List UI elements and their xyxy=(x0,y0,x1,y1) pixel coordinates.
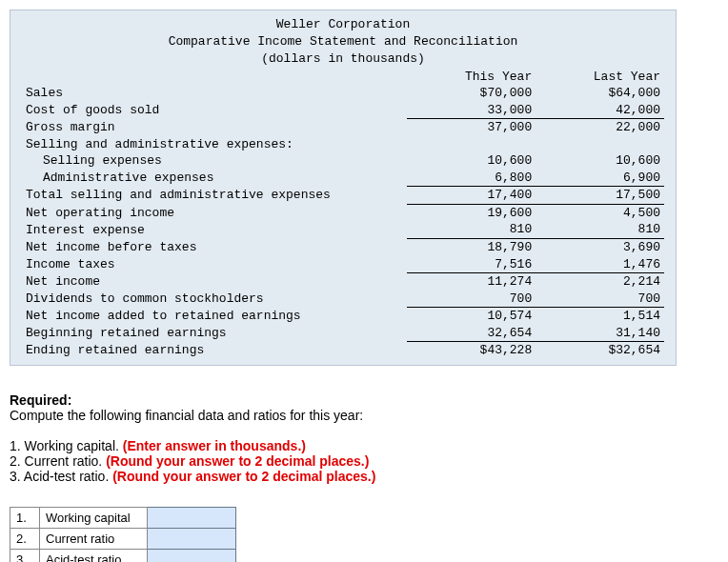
income-statement-panel: Weller Corporation Comparative Income St… xyxy=(10,10,677,366)
row-label: Interest expense xyxy=(22,221,407,238)
row-value-this-year: 11,274 xyxy=(407,273,536,291)
row-label: Selling expenses xyxy=(22,152,407,170)
statement-row: Administrative expenses6,8006,900 xyxy=(22,170,664,187)
statement-row: Net operating income19,6004,500 xyxy=(22,204,664,221)
statement-row: Income taxes7,5161,476 xyxy=(22,256,664,273)
statement-row: Gross margin37,00022,000 xyxy=(22,119,664,136)
required-heading: Required: xyxy=(10,392,71,408)
row-value-this-year: 700 xyxy=(407,291,536,308)
answer-input[interactable] xyxy=(148,549,236,562)
row-value-last-year: $32,654 xyxy=(536,342,664,359)
answer-label: Working capital xyxy=(40,507,148,528)
row-value-last-year: 1,476 xyxy=(536,256,664,273)
row-value-this-year: $43,228 xyxy=(407,342,536,359)
statement-header: Weller Corporation Comparative Income St… xyxy=(22,16,664,69)
row-value-last-year: 6,900 xyxy=(536,170,664,187)
answer-label: Acid-test ratio xyxy=(40,549,148,562)
required-item: 2. Current ratio. (Round your answer to … xyxy=(10,453,728,469)
row-value-last-year: 22,000 xyxy=(536,119,664,136)
row-value-last-year: $64,000 xyxy=(536,85,664,102)
answer-row: 3.Acid-test ratio xyxy=(10,549,236,562)
row-value-this-year: 19,600 xyxy=(407,204,536,221)
answer-table-wrap: 1.Working capital2.Current ratio3.Acid-t… xyxy=(10,507,728,562)
row-value-last-year: 17,500 xyxy=(536,187,664,205)
statement-row: Total selling and administrative expense… xyxy=(22,187,664,205)
col-header-last-year: Last Year xyxy=(536,69,664,86)
row-value-this-year: 810 xyxy=(407,221,536,238)
row-value-last-year: 10,600 xyxy=(536,152,664,170)
row-value-this-year: 17,400 xyxy=(407,187,536,205)
row-value-this-year: 10,574 xyxy=(407,308,536,325)
answer-number: 1. xyxy=(10,507,40,528)
row-value-this-year: 18,790 xyxy=(407,239,536,256)
required-item-text: 2. Current ratio. xyxy=(10,453,106,469)
required-section: Required: Compute the following financia… xyxy=(10,392,728,484)
row-label: Cost of goods sold xyxy=(22,102,407,119)
row-label: Selling and administrative expenses: xyxy=(22,136,407,153)
row-value-this-year: 33,000 xyxy=(407,102,536,119)
answer-row: 2.Current ratio xyxy=(10,528,236,549)
row-value-last-year xyxy=(536,136,664,153)
answer-label: Current ratio xyxy=(40,528,148,549)
statement-row: Net income before taxes18,7903,690 xyxy=(22,239,664,256)
row-value-last-year: 42,000 xyxy=(536,102,664,119)
col-header-this-year: This Year xyxy=(407,69,536,86)
company-name: Weller Corporation xyxy=(22,16,664,33)
row-value-last-year: 3,690 xyxy=(536,239,664,256)
statement-row: Sales$70,000$64,000 xyxy=(22,85,664,102)
row-value-this-year: $70,000 xyxy=(407,85,536,102)
row-label: Sales xyxy=(22,85,407,102)
row-value-this-year: 37,000 xyxy=(407,119,536,136)
statement-table: This Year Last Year Sales$70,000$64,000C… xyxy=(22,69,664,359)
row-value-this-year: 7,516 xyxy=(407,256,536,273)
required-item-hint: (Enter answer in thousands.) xyxy=(123,438,306,453)
row-label: Dividends to common stockholders xyxy=(22,291,407,308)
row-value-last-year: 31,140 xyxy=(536,325,664,342)
statement-title: Comparative Income Statement and Reconci… xyxy=(22,33,664,50)
row-value-last-year: 810 xyxy=(536,221,664,238)
statement-row: Ending retained earnings$43,228$32,654 xyxy=(22,342,664,359)
answer-table: 1.Working capital2.Current ratio3.Acid-t… xyxy=(10,507,236,562)
row-label: Net income before taxes xyxy=(22,239,407,256)
required-item: 3. Acid-test ratio. (Round your answer t… xyxy=(10,469,728,484)
statement-row: Dividends to common stockholders700700 xyxy=(22,291,664,308)
required-prompt: Compute the following financial data and… xyxy=(10,408,728,423)
answer-row: 1.Working capital xyxy=(10,507,236,528)
row-label: Beginning retained earnings xyxy=(22,325,407,342)
row-label: Income taxes xyxy=(22,256,407,273)
statement-row: Interest expense810810 xyxy=(22,221,664,238)
row-value-last-year: 4,500 xyxy=(536,204,664,221)
row-value-this-year: 10,600 xyxy=(407,152,536,170)
row-value-this-year xyxy=(407,136,536,153)
answer-number: 3. xyxy=(10,549,40,562)
required-item-text: 1. Working capital. xyxy=(10,438,123,453)
statement-row: Cost of goods sold33,00042,000 xyxy=(22,102,664,119)
required-item: 1. Working capital. (Enter answer in tho… xyxy=(10,438,728,453)
required-item-text: 3. Acid-test ratio. xyxy=(10,469,112,484)
statement-row: Selling and administrative expenses: xyxy=(22,136,664,153)
row-value-last-year: 700 xyxy=(536,291,664,308)
statement-row: Net income added to retained earnings10,… xyxy=(22,308,664,325)
statement-row: Net income11,2742,214 xyxy=(22,273,664,291)
answer-input[interactable] xyxy=(148,507,236,528)
answer-number: 2. xyxy=(10,528,40,549)
statement-row: Selling expenses10,60010,600 xyxy=(22,152,664,170)
row-label: Net income xyxy=(22,273,407,291)
row-label: Administrative expenses xyxy=(22,170,407,187)
row-label: Gross margin xyxy=(22,119,407,136)
row-value-last-year: 1,514 xyxy=(536,308,664,325)
statement-row: Beginning retained earnings32,65431,140 xyxy=(22,325,664,342)
row-value-last-year: 2,214 xyxy=(536,273,664,291)
row-label: Net operating income xyxy=(22,204,407,221)
row-label: Total selling and administrative expense… xyxy=(22,187,407,205)
row-value-this-year: 6,800 xyxy=(407,170,536,187)
row-label: Ending retained earnings xyxy=(22,342,407,359)
row-value-this-year: 32,654 xyxy=(407,325,536,342)
row-label: Net income added to retained earnings xyxy=(22,308,407,325)
answer-input[interactable] xyxy=(148,528,236,549)
required-item-hint: (Round your answer to 2 decimal places.) xyxy=(112,469,375,484)
required-item-hint: (Round your answer to 2 decimal places.) xyxy=(106,453,369,469)
statement-units: (dollars in thousands) xyxy=(22,50,664,68)
